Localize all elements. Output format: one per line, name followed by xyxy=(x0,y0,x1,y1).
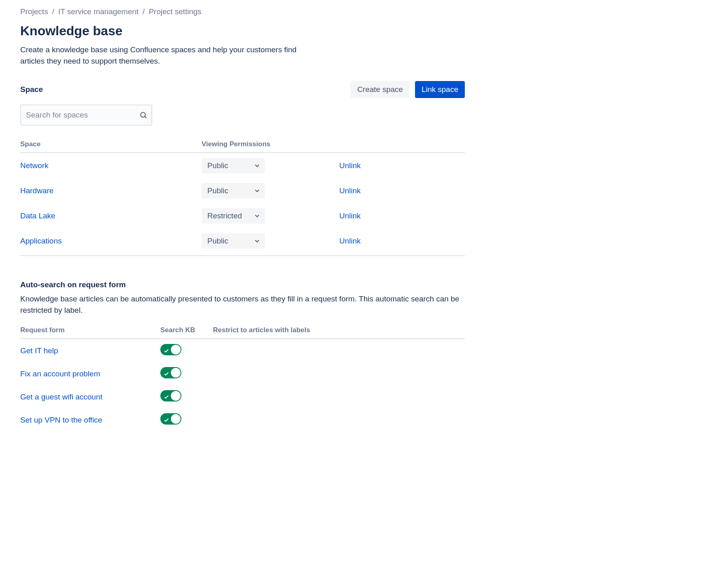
permission-select[interactable]: Restricted xyxy=(202,208,265,224)
permission-value: Restricted xyxy=(207,211,242,220)
table-row: Fix an account problem xyxy=(20,362,465,385)
header-restrict-labels: Restrict to articles with labels xyxy=(213,326,465,339)
toggle-knob xyxy=(171,391,181,401)
toggle-knob xyxy=(171,345,181,354)
check-icon xyxy=(164,416,169,422)
permission-value: Public xyxy=(207,186,228,195)
breadcrumb-separator: / xyxy=(143,7,145,16)
check-icon xyxy=(164,370,169,376)
page-title: Knowledge base xyxy=(20,23,465,38)
table-row: Get a guest wifi account xyxy=(20,385,465,408)
space-link-network[interactable]: Network xyxy=(20,161,49,170)
search-spaces-input[interactable] xyxy=(20,105,152,126)
spaces-header-space: Space xyxy=(20,140,202,153)
request-form-link[interactable]: Get IT help xyxy=(20,346,58,355)
chevron-down-icon xyxy=(253,162,261,169)
create-space-button[interactable]: Create space xyxy=(351,81,409,98)
spaces-header-permissions: Viewing Permissions xyxy=(202,140,339,153)
breadcrumb-separator: / xyxy=(52,7,54,16)
permission-select[interactable]: Public xyxy=(202,158,265,173)
unlink-action[interactable]: Unlink xyxy=(339,211,361,220)
request-form-link[interactable]: Get a guest wifi account xyxy=(20,393,102,401)
search-kb-toggle[interactable] xyxy=(160,390,181,401)
table-row: Get IT help xyxy=(20,339,465,362)
table-row: Data Lake Restricted Unlink xyxy=(20,203,465,228)
unlink-action[interactable]: Unlink xyxy=(339,161,361,170)
space-section-label: Space xyxy=(20,85,43,94)
permission-select[interactable]: Public xyxy=(202,233,265,249)
table-row: Hardware Public Unlink xyxy=(20,178,465,203)
table-row: Network Public Unlink xyxy=(20,153,465,178)
breadcrumb: Projects / IT service management / Proje… xyxy=(20,7,465,16)
search-kb-toggle[interactable] xyxy=(160,367,181,378)
auto-search-description: Knowledge base articles can be automatic… xyxy=(20,293,465,316)
permission-select[interactable]: Public xyxy=(202,183,265,199)
request-form-link[interactable]: Set up VPN to the office xyxy=(20,416,102,424)
header-search-kb: Search KB xyxy=(160,326,213,339)
breadcrumb-project-settings[interactable]: Project settings xyxy=(149,7,201,16)
check-icon xyxy=(164,347,169,352)
search-kb-toggle[interactable] xyxy=(160,413,181,425)
space-link-applications[interactable]: Applications xyxy=(20,237,62,245)
space-link-hardware[interactable]: Hardware xyxy=(20,186,53,195)
breadcrumb-projects[interactable]: Projects xyxy=(20,7,48,16)
toggle-knob xyxy=(171,368,181,378)
request-form-link[interactable]: Fix an account problem xyxy=(20,369,100,378)
chevron-down-icon xyxy=(253,237,261,245)
permission-value: Public xyxy=(207,161,228,170)
space-link-data-lake[interactable]: Data Lake xyxy=(20,211,55,220)
unlink-action[interactable]: Unlink xyxy=(339,186,361,195)
toggle-knob xyxy=(171,414,181,424)
search-kb-toggle[interactable] xyxy=(160,344,181,355)
link-space-button[interactable]: Link space xyxy=(415,81,465,98)
header-request-form: Request form xyxy=(20,326,160,339)
auto-search-heading: Auto-search on request form xyxy=(20,280,465,289)
table-row: Applications Public Unlink xyxy=(20,228,465,256)
unlink-action[interactable]: Unlink xyxy=(339,237,361,245)
page-description: Create a knowledge base using Confluence… xyxy=(20,44,312,66)
breadcrumb-it-service-management[interactable]: IT service management xyxy=(58,7,138,16)
chevron-down-icon xyxy=(253,212,261,220)
chevron-down-icon xyxy=(253,187,261,194)
permission-value: Public xyxy=(207,237,228,246)
table-row: Set up VPN to the office xyxy=(20,408,465,433)
request-forms-table: Request form Search KB Restrict to artic… xyxy=(20,326,465,433)
spaces-table: Space Viewing Permissions Network Public… xyxy=(20,140,465,256)
check-icon xyxy=(164,393,169,399)
